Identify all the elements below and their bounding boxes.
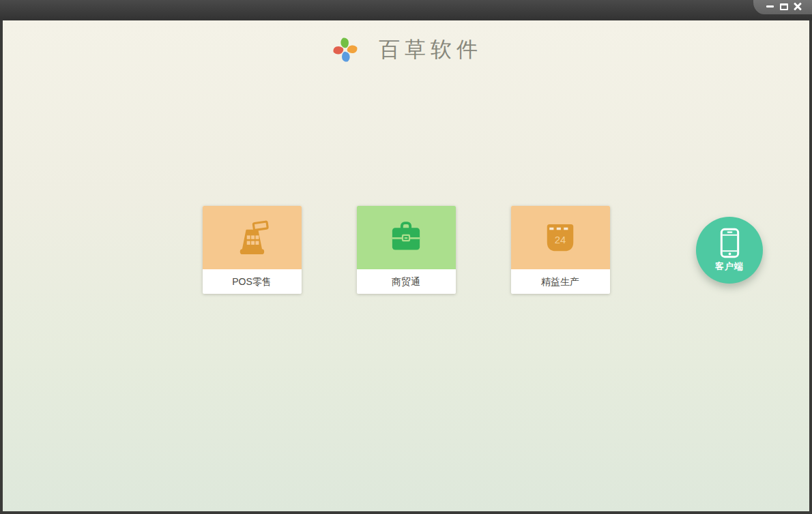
client-button-label: 客户端 bbox=[715, 260, 744, 273]
brand-header: 百草软件 bbox=[3, 34, 809, 65]
lean-label: 精益生产 bbox=[511, 269, 610, 294]
product-card-lean[interactable]: 24 精益生产 bbox=[511, 206, 610, 294]
product-cards: POS零售 商贸通 bbox=[3, 206, 809, 294]
maximize-button[interactable] bbox=[779, 2, 789, 11]
app-title: 百草软件 bbox=[379, 35, 482, 64]
titlebar[interactable] bbox=[0, 0, 812, 20]
trade-label: 商贸通 bbox=[357, 269, 456, 294]
calendar-icon: 24 bbox=[541, 219, 579, 257]
window-controls bbox=[753, 0, 812, 14]
lean-tile: 24 bbox=[511, 206, 610, 269]
product-card-pos[interactable]: POS零售 bbox=[203, 206, 302, 294]
calendar-day-text: 24 bbox=[555, 234, 566, 245]
pos-tile bbox=[203, 206, 302, 269]
smartphone-icon bbox=[719, 228, 740, 258]
minimize-icon bbox=[766, 5, 774, 7]
cash-register-icon bbox=[232, 218, 272, 258]
maximize-icon bbox=[780, 3, 788, 10]
trade-tile bbox=[357, 206, 456, 269]
pos-label: POS零售 bbox=[203, 269, 302, 294]
main-content: 百草软件 bbox=[3, 20, 809, 511]
pinwheel-logo-icon bbox=[330, 34, 361, 65]
product-card-trade[interactable]: 商贸通 bbox=[357, 206, 456, 294]
app-window: 百草软件 bbox=[0, 0, 812, 514]
minimize-button[interactable] bbox=[765, 2, 775, 11]
close-button[interactable] bbox=[793, 2, 803, 11]
client-button[interactable]: 客户端 bbox=[696, 217, 763, 284]
briefcase-icon bbox=[387, 219, 425, 257]
close-icon bbox=[794, 3, 802, 11]
